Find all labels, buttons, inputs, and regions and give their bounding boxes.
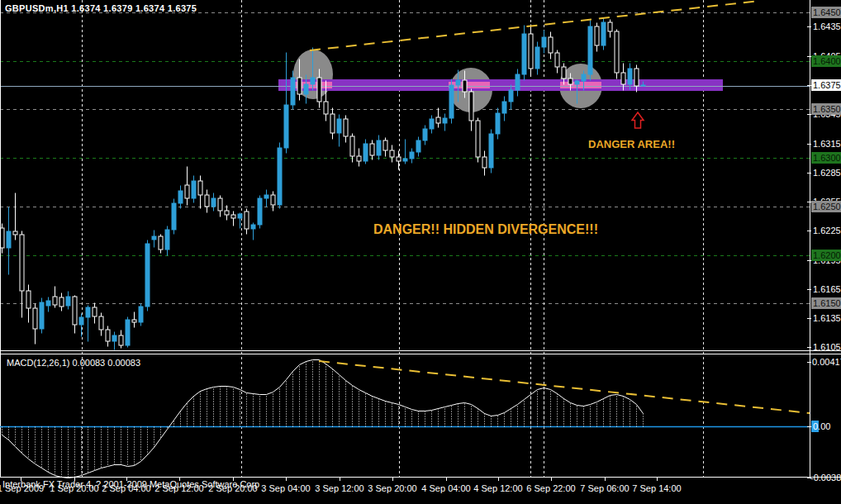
candle-body — [7, 231, 11, 248]
round-level-badge: 1.6250 — [811, 201, 841, 212]
candle-body — [278, 148, 282, 205]
price-tick-label: 1.6105 — [813, 341, 841, 353]
copyright-watermark: Interbank FX Trader 4, ? 2001-2009 MetaQ… — [2, 478, 259, 490]
candle-body — [595, 26, 599, 45]
time-tick-label: 3 Sep 20:00 — [368, 483, 416, 494]
candle-body — [73, 297, 77, 325]
candle-body — [363, 144, 368, 161]
candle-body — [403, 159, 407, 161]
candle-body — [615, 31, 619, 73]
candle-body — [337, 119, 341, 133]
macd-indicator-label: MACD(12,26,1) 0.00083 0.00083 — [7, 357, 140, 368]
candle-body — [357, 156, 361, 161]
chart-canvas[interactable] — [0, 0, 841, 504]
round-level-badge: 1.6400 — [811, 55, 841, 67]
candle-body — [535, 47, 539, 69]
round-level-badge: 1.6350 — [811, 103, 841, 115]
macd-axis-zero: 0.00 — [813, 421, 830, 432]
candle-body — [509, 90, 513, 102]
candle-body — [562, 67, 566, 78]
resistance-band-overlap — [449, 82, 490, 88]
price-tick-label: 1.6165 — [813, 283, 841, 295]
candle-body — [529, 34, 533, 69]
candle-body — [33, 308, 37, 329]
candle-body — [59, 297, 64, 307]
candle-body — [443, 118, 447, 123]
round-level-badge: 1.6300 — [811, 152, 841, 164]
candle-body — [93, 307, 97, 316]
candle-body — [377, 140, 381, 155]
price-tick-label: 1.6315 — [813, 138, 841, 150]
candle-body — [436, 117, 440, 123]
candle-body — [238, 214, 242, 218]
candle-body — [628, 69, 632, 84]
candle-body — [390, 150, 394, 157]
hidden-divergence-text[interactable]: DANGER!! HIDDEN DIVERGENCE!!! — [373, 222, 598, 237]
candle-body — [430, 119, 434, 129]
candle-body — [456, 80, 460, 85]
candle-body — [344, 119, 348, 136]
candle-body — [568, 78, 573, 84]
candle-body — [106, 330, 110, 341]
divergence-trendline-macd[interactable] — [319, 361, 810, 413]
current-price-badge: 1.6375 — [811, 79, 841, 91]
candle-body — [350, 136, 354, 156]
candle-body — [304, 84, 308, 94]
candle-body — [416, 140, 420, 152]
candle-body — [588, 26, 592, 74]
candle-body — [86, 307, 90, 317]
candle-body — [112, 335, 116, 341]
candle-body — [145, 244, 150, 307]
candle-body — [264, 195, 268, 198]
candle-body — [575, 81, 579, 84]
danger-area-text[interactable]: DANGER AREA!! — [588, 138, 675, 150]
round-level-badge: 1.6200 — [811, 250, 841, 261]
candle-body — [410, 152, 414, 159]
candle-body — [211, 198, 216, 207]
candle-body — [582, 74, 586, 81]
round-level-badge: 1.6450 — [811, 7, 841, 18]
candle-body — [297, 78, 302, 94]
time-tick-label: 3 Sep 12:00 — [315, 483, 363, 494]
candle-body — [489, 134, 493, 168]
candle-body — [66, 297, 70, 306]
candle-body — [172, 203, 176, 230]
candle-body — [26, 291, 31, 308]
time-tick-label: 7 Sep 06:00 — [580, 483, 629, 494]
candle-body — [159, 236, 163, 250]
price-tick-label: 1.6135 — [813, 312, 841, 324]
candle-body — [397, 157, 401, 161]
candle-body — [139, 307, 143, 322]
candle-body — [46, 301, 50, 306]
price-tick-label: 1.6225 — [813, 225, 841, 236]
candle-body — [126, 320, 130, 345]
candle-body — [608, 22, 612, 31]
candle-body — [291, 78, 295, 105]
candle-body — [99, 316, 103, 330]
candle-body — [284, 105, 288, 148]
candle-body — [324, 102, 328, 114]
candle-body — [383, 140, 387, 150]
candle-body — [20, 235, 24, 291]
candle-body — [258, 198, 262, 225]
up-arrow-marker[interactable] — [632, 112, 644, 128]
resistance-band-overlap — [560, 82, 601, 88]
divergence-trendline-main[interactable] — [310, 1, 760, 50]
candle-body — [165, 230, 169, 250]
candle-body — [311, 78, 315, 84]
candle-body — [271, 195, 275, 205]
macd-axis-max: 0.00417 — [812, 356, 841, 368]
macd-line — [2, 360, 644, 478]
time-tick-label: 4 Sep 04:00 — [421, 483, 470, 494]
macd-axis-min: -0.00384 — [810, 472, 841, 483]
resistance-band[interactable] — [278, 79, 723, 91]
candle-body — [330, 114, 335, 133]
time-tick-label: 4 Sep 12:00 — [473, 483, 522, 494]
candle-body — [218, 198, 222, 211]
candle-body — [119, 335, 123, 345]
candle-body — [476, 121, 480, 157]
candle-body — [245, 212, 249, 229]
candle-body — [370, 144, 374, 155]
time-tick-label: 6 Sep 22:00 — [526, 483, 575, 494]
candle-body — [522, 34, 526, 74]
